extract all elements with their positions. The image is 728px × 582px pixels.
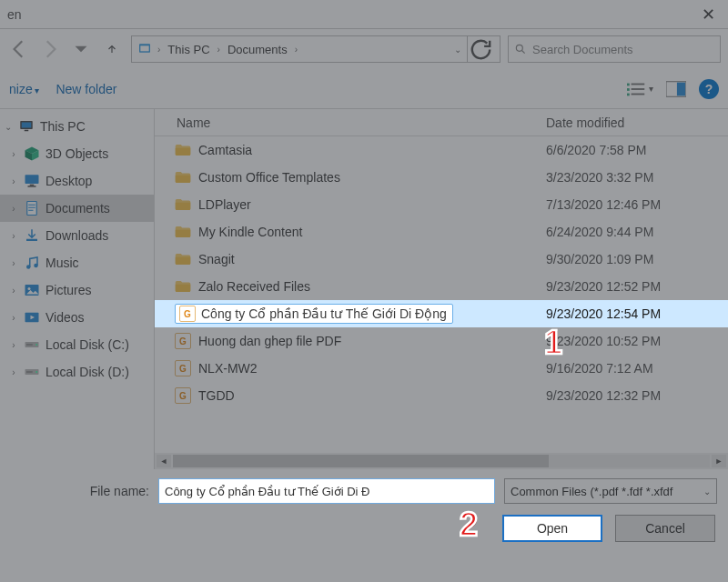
breadcrumb-segment[interactable]: Documents [226,43,289,56]
scroll-track[interactable] [173,455,710,467]
sidebar-item-local-disk-c-[interactable]: ›Local Disk (C:) [0,331,154,358]
pictures-icon [24,282,40,298]
svg-point-28 [35,371,37,373]
svg-rect-29 [26,371,33,373]
svg-rect-26 [26,344,33,346]
docs-icon [24,200,40,216]
svg-rect-4 [632,83,645,85]
filename-input[interactable] [158,478,495,504]
svg-rect-16 [28,186,36,187]
svg-rect-17 [27,202,37,216]
sidebar-item-videos[interactable]: ›Videos [0,304,154,331]
pc-icon [18,118,35,135]
file-row[interactable]: LDPlayer7/13/2020 12:46 PM [155,191,728,218]
breadcrumb[interactable]: › This PC › Documents › ⌄ [131,35,500,63]
nav-up-icon[interactable] [100,37,124,61]
pdf-file-icon [175,360,191,376]
expand-icon[interactable]: › [9,258,18,268]
tree-label: 3D Objects [46,146,108,161]
expand-icon[interactable]: › [9,313,18,323]
recent-dropdown-icon[interactable] [69,37,93,61]
file-list-pane: Name Date modified Camtasia6/6/2020 7:58… [155,109,728,469]
file-type-filter[interactable]: Common Files (*.pdf *.fdf *.xfdf ⌄ [504,478,717,504]
scroll-right-icon[interactable]: ► [712,455,726,467]
file-name: Custom Office Templates [198,170,340,185]
open-button[interactable]: Open [502,515,602,542]
breadcrumb-segment[interactable]: This PC [166,43,211,56]
expand-icon[interactable]: › [9,340,18,350]
search-input[interactable]: Search Documents [508,35,721,63]
folder-icon [175,278,191,295]
column-date-modified[interactable]: Date modified [537,109,728,135]
expand-icon[interactable]: › [9,149,18,159]
sidebar-item-documents[interactable]: ›Documents [0,195,154,222]
search-icon [514,43,527,55]
svg-rect-7 [627,93,630,95]
scroll-left-icon[interactable]: ◄ [157,455,171,467]
tree-label: Music [46,256,79,270]
svg-rect-3 [627,83,630,85]
sidebar-item-desktop[interactable]: ›Desktop [0,167,154,195]
file-name: My Kindle Content [198,225,302,239]
sidebar-item-3d-objects[interactable]: ›3D Objects [0,140,154,167]
sidebar-item-pictures[interactable]: ›Pictures [0,276,154,304]
new-folder-button[interactable]: New folder [56,82,116,96]
expand-icon[interactable]: › [9,231,18,241]
help-icon[interactable]: ? [699,79,719,99]
sidebar-item-local-disk-d-[interactable]: ›Local Disk (D:) [0,358,154,386]
chevron-right-icon[interactable]: › [156,45,162,55]
file-row[interactable]: TGDD9/23/2020 12:32 PM [155,382,728,409]
cube-icon [24,146,40,162]
tree-label: This PC [40,119,86,134]
pdf-file-icon [179,306,196,322]
file-row[interactable]: Huong dan ghep file PDF9/23/2020 10:52 P… [155,327,728,355]
file-row[interactable]: Công ty Cổ phần Đầu tư Thế Giới Di Động9… [155,300,728,327]
svg-rect-1 [140,45,148,51]
nav-tree[interactable]: ⌄ This PC ›3D Objects›Desktop›Documents›… [0,109,155,469]
scroll-thumb[interactable] [173,455,549,467]
column-headers: Name Date modified [155,109,728,136]
nav-back-icon[interactable] [7,37,31,61]
file-row[interactable]: NLX-MW29/16/2020 7:12 AM [155,355,728,382]
tree-label: Desktop [46,174,92,188]
horizontal-scrollbar[interactable]: ◄ ► [155,453,728,469]
file-row[interactable]: Zalo Received Files9/23/2020 12:52 PM [155,273,728,300]
file-name: LDPlayer [198,197,251,212]
sidebar-item-downloads[interactable]: ›Downloads [0,222,154,249]
pdf-file-icon [175,333,191,349]
chevron-right-icon[interactable]: › [216,45,222,55]
file-date: 7/13/2020 12:46 PM [537,197,728,212]
refresh-icon[interactable] [467,35,494,63]
file-name: TGDD [198,388,235,403]
cancel-button[interactable]: Cancel [615,515,715,542]
file-row[interactable]: My Kindle Content6/24/2020 9:44 PM [155,218,728,246]
expand-icon[interactable]: › [9,286,18,296]
file-name: Snagit [198,252,235,266]
file-row[interactable]: Camtasia6/6/2020 7:58 PM [155,136,728,164]
expand-icon[interactable]: › [9,176,18,186]
sidebar-item-music[interactable]: ›Music [0,249,154,276]
close-icon[interactable]: ✕ [696,5,721,25]
videos-icon [24,309,40,326]
file-row[interactable]: Snagit9/30/2020 1:09 PM [155,246,728,273]
file-row[interactable]: Custom Office Templates3/23/2020 3:32 PM [155,164,728,191]
file-date: 3/23/2020 3:32 PM [537,170,728,185]
column-name[interactable]: Name [155,109,537,135]
file-list[interactable]: Camtasia6/6/2020 7:58 PMCustom Office Te… [155,136,728,453]
preview-pane-icon[interactable] [666,81,686,97]
svg-rect-12 [22,123,32,128]
tree-this-pc[interactable]: ⌄ This PC [0,113,154,140]
folder-icon [137,41,152,58]
disk-icon [24,336,40,353]
breadcrumb-dropdown-icon[interactable]: ⌄ [452,45,463,55]
chevron-right-icon[interactable]: › [293,45,299,55]
bottom-panel: File name: Common Files (*.pdf *.fdf *.x… [0,469,728,562]
expand-icon[interactable]: › [9,367,18,377]
svg-rect-14 [25,175,39,184]
expand-icon[interactable]: › [9,204,18,214]
svg-point-22 [28,287,31,290]
organize-menu[interactable]: nize [9,82,39,96]
view-list-icon[interactable]: ▾ [627,81,653,97]
file-date: 9/30/2020 1:09 PM [537,252,728,266]
expand-icon[interactable]: ⌄ [4,122,13,132]
